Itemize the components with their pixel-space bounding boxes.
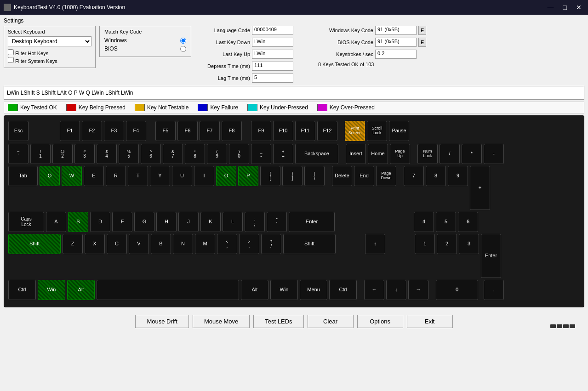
key-f12[interactable]: F12 (317, 121, 337, 141)
key-shift-right[interactable]: Shift (283, 234, 336, 254)
key-lbracket[interactable]: {[ (260, 166, 280, 186)
key-0[interactable]: )0 (229, 144, 249, 164)
key-y[interactable]: Y (150, 166, 170, 186)
key-arrow-down[interactable]: ↓ (386, 280, 406, 300)
windows-radio-label[interactable]: Windows (104, 37, 127, 44)
key-period[interactable]: >. (239, 234, 259, 254)
key-numpad-3[interactable]: 3 (459, 234, 479, 254)
key-c[interactable]: C (107, 234, 127, 254)
bios-key-code-e-btn[interactable]: E (418, 38, 426, 47)
key-f6[interactable]: F6 (177, 121, 198, 141)
key-f10[interactable]: F10 (273, 121, 293, 141)
key-alt-left[interactable]: Alt (67, 280, 95, 300)
key-numpad-7[interactable]: 7 (404, 166, 424, 186)
key-numpad-6[interactable]: 6 (458, 212, 478, 232)
key-arrow-left[interactable]: ← (364, 280, 384, 300)
key-f11[interactable]: F11 (295, 121, 315, 141)
key-7[interactable]: &7 (163, 144, 183, 164)
key-enter[interactable]: Enter (289, 212, 335, 232)
key-backspace[interactable]: Backspace (295, 144, 338, 164)
key-win-left[interactable]: Win (38, 280, 65, 300)
close-button[interactable]: ✕ (573, 3, 584, 12)
key-num-lock[interactable]: NumLock (417, 144, 438, 164)
key-scroll-lock[interactable]: ScrollLock (367, 121, 387, 141)
key-insert[interactable]: Insert (346, 144, 366, 164)
maximize-button[interactable]: □ (560, 3, 570, 12)
key-i[interactable]: I (194, 166, 214, 186)
key-numpad-plus[interactable]: + (470, 166, 490, 210)
filter-hot-keys-label[interactable]: Filter Hot Keys (8, 49, 91, 56)
key-9[interactable]: (9 (207, 144, 227, 164)
windows-key-code-e-btn[interactable]: E (418, 26, 426, 35)
key-numpad-slash[interactable]: / (440, 144, 460, 164)
keyboard-select[interactable]: Desktop Keyboard (8, 36, 91, 46)
key-3[interactable]: #3 (74, 144, 95, 164)
key-tab[interactable]: Tab (8, 166, 38, 186)
key-numpad-decimal[interactable]: . (484, 280, 504, 300)
key-win-right[interactable]: Win (270, 280, 298, 300)
key-comma[interactable]: <, (217, 234, 237, 254)
key-d[interactable]: D (90, 212, 110, 232)
mouse-drift-button[interactable]: Mouse Drift (135, 315, 188, 328)
key-2[interactable]: @2 (52, 144, 73, 164)
key-page-down[interactable]: PageDown (376, 166, 396, 186)
key-5[interactable]: %5 (119, 144, 139, 164)
key-x[interactable]: X (85, 234, 105, 254)
key-numpad-8[interactable]: 8 (426, 166, 446, 186)
key-e[interactable]: E (84, 166, 104, 186)
key-numpad-enter[interactable]: Enter (481, 234, 501, 278)
key-numpad-2[interactable]: 2 (437, 234, 457, 254)
key-equals[interactable]: += (273, 144, 293, 164)
clear-button[interactable]: Clear (308, 315, 354, 328)
key-z[interactable]: Z (63, 234, 83, 254)
key-f3[interactable]: F3 (104, 121, 124, 141)
exit-button[interactable]: Exit (407, 315, 453, 328)
key-backtick[interactable]: ~` (8, 144, 29, 164)
key-caps-lock[interactable]: CapsLock (8, 212, 44, 232)
key-ctrl-left[interactable]: Ctrl (8, 280, 36, 300)
windows-radio[interactable] (180, 38, 186, 44)
filter-hot-keys-checkbox[interactable] (8, 49, 14, 55)
key-r[interactable]: R (106, 166, 126, 186)
key-home[interactable]: Home (368, 144, 388, 164)
key-esc[interactable]: Esc (8, 121, 29, 141)
key-numpad-4[interactable]: 4 (414, 212, 434, 232)
key-m[interactable]: M (195, 234, 215, 254)
bios-radio-label[interactable]: BIOS (104, 45, 118, 52)
key-pause[interactable]: Pause (389, 121, 409, 141)
key-page-up[interactable]: PageUp (390, 144, 410, 164)
key-menu[interactable]: Menu (300, 280, 327, 300)
key-numpad-0[interactable]: 0 (436, 280, 478, 300)
key-f2[interactable]: F2 (82, 121, 102, 141)
key-numpad-minus[interactable]: - (484, 144, 504, 164)
key-f8[interactable]: F8 (222, 121, 242, 141)
key-f[interactable]: F (112, 212, 132, 232)
key-f7[interactable]: F7 (200, 121, 220, 141)
key-b[interactable]: B (151, 234, 171, 254)
key-f5[interactable]: F5 (155, 121, 176, 141)
key-l[interactable]: L (223, 212, 243, 232)
key-arrow-right[interactable]: → (408, 280, 428, 300)
key-g[interactable]: G (134, 212, 154, 232)
key-semicolon[interactable]: :; (245, 212, 265, 232)
key-end[interactable]: End (354, 166, 374, 186)
key-q[interactable]: Q (40, 166, 60, 186)
key-j[interactable]: J (178, 212, 199, 232)
key-s[interactable]: S (68, 212, 88, 232)
key-minus[interactable]: _- (251, 144, 271, 164)
key-6[interactable]: ^6 (141, 144, 161, 164)
key-slash[interactable]: ?/ (261, 234, 281, 254)
key-o[interactable]: O (216, 166, 236, 186)
key-backslash[interactable]: |\ (304, 166, 325, 186)
minimize-button[interactable]: — (545, 3, 557, 12)
bios-radio[interactable] (180, 46, 186, 52)
key-4[interactable]: $4 (97, 144, 117, 164)
key-shift-left[interactable]: Shift (8, 234, 61, 254)
mouse-move-button[interactable]: Mouse Move (193, 315, 250, 328)
key-numpad-asterisk[interactable]: * (462, 144, 482, 164)
key-k[interactable]: K (200, 212, 221, 232)
filter-system-keys-label[interactable]: Filter System Keys (8, 57, 91, 64)
key-w[interactable]: W (62, 166, 82, 186)
key-t[interactable]: T (128, 166, 148, 186)
key-f9[interactable]: F9 (251, 121, 271, 141)
